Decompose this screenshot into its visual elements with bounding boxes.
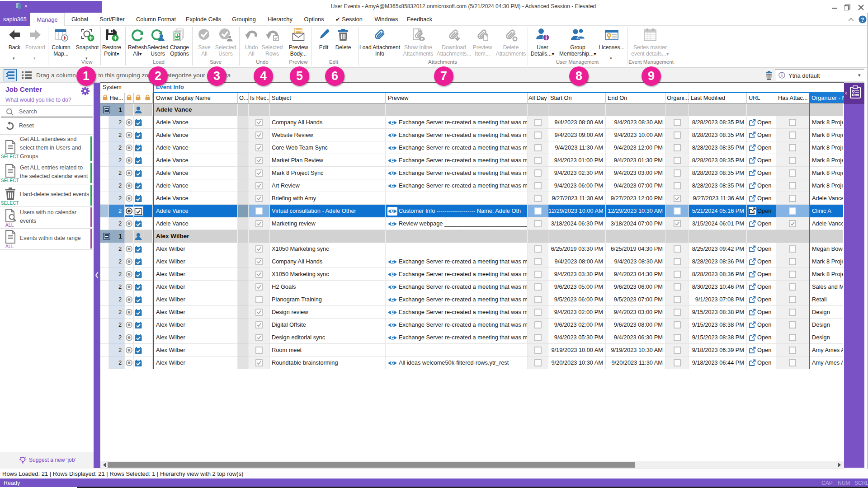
svg-text:?: ?	[861, 17, 864, 23]
